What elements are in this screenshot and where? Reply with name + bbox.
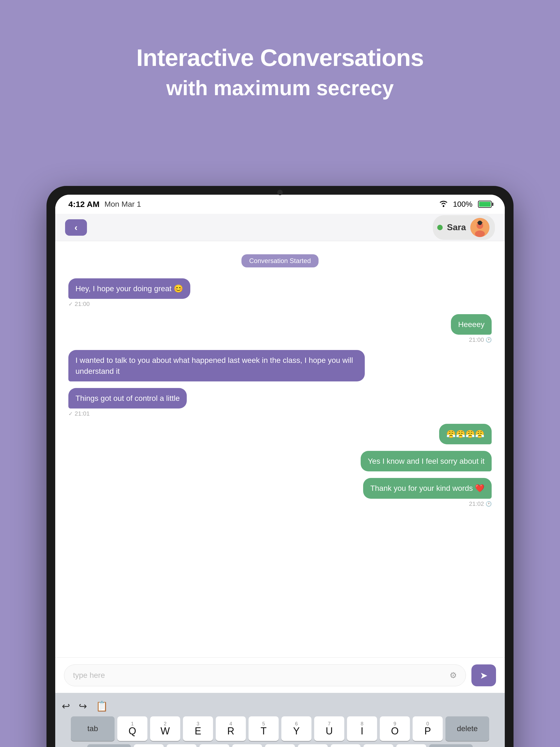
wifi-icon	[439, 200, 449, 209]
status-time: 4:12 AM	[68, 200, 100, 209]
key-j[interactable]: )J	[331, 744, 361, 747]
message-row: Hey, I hope your doing great 😊 ✓ 21:00	[68, 278, 492, 308]
key-p[interactable]: 0P	[413, 716, 443, 741]
key-r[interactable]: 4R	[216, 716, 246, 741]
message-row: Thank you for your kind words ❤️ 21:02 🕐	[68, 478, 492, 507]
conversation-started-badge: Conversation Started	[241, 254, 318, 267]
back-chevron-icon: ‹	[74, 222, 77, 233]
key-i[interactable]: 8I	[347, 716, 377, 741]
svg-point-0	[443, 205, 444, 207]
clock-icon: 🕐	[486, 337, 492, 343]
send-arrow-icon: ➤	[480, 670, 487, 681]
message-time: ✓ 21:00	[68, 301, 90, 308]
send-button[interactable]: ➤	[472, 664, 496, 686]
message-bubble: Thank you for your kind words ❤️	[363, 478, 492, 498]
message-bubble: Things got out of control a little	[68, 388, 187, 409]
key-e[interactable]: 3E	[183, 716, 213, 741]
page-subtitle: with maximum secrecy	[0, 76, 560, 100]
redo-icon[interactable]: ↪	[79, 700, 87, 712]
status-bar: 4:12 AM Mon Mar 1 100%	[55, 195, 505, 214]
key-k[interactable]: "K	[363, 744, 393, 747]
message-row: Things got out of control a little ✓ 21:…	[68, 388, 492, 417]
battery-icon	[478, 201, 492, 208]
app-header: ‹ Sara	[55, 214, 505, 241]
back-button[interactable]: ‹	[65, 219, 87, 236]
message-row: I wanted to talk to you about what happe…	[68, 350, 492, 381]
key-u[interactable]: 7U	[314, 716, 344, 741]
keyboard-rows: tab 1Q 2W 3E 4R 5T 6Y 7U 8I 9O 0P delete	[62, 716, 498, 747]
paste-icon[interactable]: 📋	[96, 700, 108, 712]
key-d[interactable]: $D	[199, 744, 229, 747]
message-time: ✓ 21:01	[68, 410, 90, 417]
key-o[interactable]: 9O	[380, 716, 410, 741]
contact-name: Sara	[447, 222, 466, 232]
check-icon: ✓	[68, 301, 73, 307]
keyboard-area: ↩ ↪ 📋 tab 1Q 2W 3E 4R 5T 6Y 7U 8I	[55, 693, 505, 747]
ipad-screen: 4:12 AM Mon Mar 1 100%	[55, 195, 505, 747]
message-bubble: Yes I know and I feel sorry about it	[361, 451, 492, 471]
page-header: Interactive Conversations with maximum s…	[0, 44, 560, 100]
key-t[interactable]: 5T	[249, 716, 279, 741]
conversation-started-row: Conversation Started	[68, 254, 492, 267]
key-w[interactable]: 2W	[150, 716, 180, 741]
status-date: Mon Mar 1	[104, 200, 141, 209]
key-q[interactable]: 1Q	[117, 716, 147, 741]
contact-status-dot	[437, 225, 443, 230]
page-title: Interactive Conversations	[0, 44, 560, 72]
keyboard-row-2: caps lock @A #S $D &F *G (H )J "K L send	[62, 744, 498, 747]
message-input-field[interactable]: type here ⚙	[64, 664, 466, 686]
input-area: type here ⚙ ➤	[55, 657, 505, 693]
clock-icon: 🕐	[486, 501, 492, 507]
key-g[interactable]: *G	[265, 744, 295, 747]
key-a[interactable]: @A	[134, 744, 164, 747]
keyboard-row-1: tab 1Q 2W 3E 4R 5T 6Y 7U 8I 9O 0P delete	[62, 716, 498, 741]
undo-icon[interactable]: ↩	[62, 700, 70, 712]
caps-lock-key[interactable]: caps lock	[87, 744, 131, 747]
tab-key[interactable]: tab	[71, 716, 114, 741]
check-icon: ✓	[68, 410, 73, 417]
message-time: 21:00 🕐	[469, 336, 492, 343]
message-time: 21:02 🕐	[469, 500, 492, 508]
messages-area: Conversation Started Hey, I hope your do…	[55, 241, 505, 657]
message-row: Heeeey 21:00 🕐	[68, 314, 492, 343]
delete-key[interactable]: delete	[446, 716, 489, 741]
keyboard-toolbar: ↩ ↪ 📋	[62, 697, 498, 716]
key-y[interactable]: 6Y	[281, 716, 311, 741]
message-bubble: 😤😤😤😤	[439, 424, 492, 444]
message-bubble: Hey, I hope your doing great 😊	[68, 278, 190, 299]
input-placeholder: type here	[73, 671, 105, 680]
battery-percent: 100%	[453, 200, 473, 209]
message-row: 😤😤😤😤	[68, 424, 492, 444]
status-right: 100%	[439, 200, 492, 209]
ipad-device: 4:12 AM Mon Mar 1 100%	[47, 186, 513, 747]
settings-icon[interactable]: ⚙	[450, 670, 457, 680]
contact-info[interactable]: Sara	[433, 215, 495, 240]
key-l[interactable]: L	[396, 744, 426, 747]
key-h[interactable]: (H	[298, 744, 328, 747]
message-bubble: I wanted to talk to you about what happe…	[68, 350, 365, 381]
send-key[interactable]: send	[429, 744, 473, 747]
key-s[interactable]: #S	[167, 744, 197, 747]
svg-point-3	[475, 231, 485, 237]
message-bubble: Heeeey	[451, 314, 492, 335]
message-row: Yes I know and I feel sorry about it	[68, 451, 492, 471]
key-f[interactable]: &F	[232, 744, 262, 747]
contact-avatar	[470, 218, 489, 237]
